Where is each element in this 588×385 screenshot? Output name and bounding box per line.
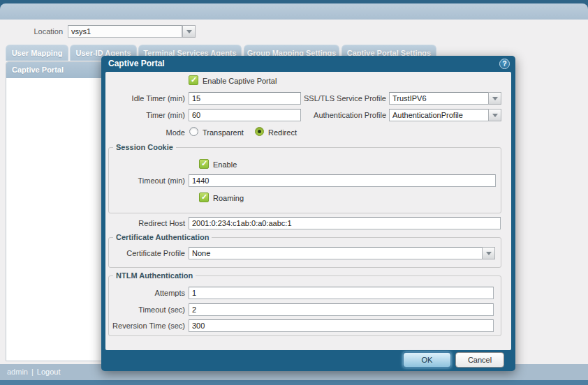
help-icon[interactable]: ? xyxy=(499,59,510,69)
enable-captive-portal-checkbox[interactable] xyxy=(189,75,198,85)
auth-profile-input[interactable] xyxy=(389,109,489,121)
top-header-band xyxy=(0,3,588,20)
mode-transparent-label: Transparent xyxy=(203,127,244,138)
ssl-tls-profile-input[interactable] xyxy=(389,92,489,105)
redirect-host-input[interactable] xyxy=(189,217,501,229)
auth-profile-label: Authentication Profile xyxy=(276,109,386,121)
roaming-checkbox[interactable] xyxy=(199,192,209,202)
logout-link[interactable]: Logout xyxy=(37,368,61,376)
cancel-button[interactable]: Cancel xyxy=(455,352,504,368)
certificate-profile-dropdown-arrow-icon[interactable] xyxy=(482,247,495,259)
ssl-tls-profile-dropdown-arrow-icon[interactable] xyxy=(488,92,501,105)
session-cookie-timeout-input[interactable] xyxy=(189,174,496,187)
session-cookie-timeout-label: Timeout (min) xyxy=(105,174,185,187)
redirect-host-label: Redirect Host xyxy=(105,217,185,229)
certificate-profile-input[interactable] xyxy=(189,247,483,259)
mode-redirect-radio[interactable] xyxy=(255,127,264,136)
ntlm-auth-legend: NTLM Authentication xyxy=(113,271,196,280)
ntlm-attempts-input[interactable] xyxy=(189,287,494,299)
roaming-label: Roaming xyxy=(213,192,244,204)
idle-timer-label: Idle Timer (min) xyxy=(105,92,185,105)
bottom-footer-strip xyxy=(0,380,588,385)
ntlm-timeout-input[interactable] xyxy=(189,303,494,316)
logged-in-user: admin xyxy=(7,368,28,376)
location-select[interactable] xyxy=(68,25,182,38)
dialog-title: Captive Portal xyxy=(101,56,515,72)
session-cookie-enable-checkbox[interactable] xyxy=(199,159,209,169)
certificate-auth-legend: Certificate Authentication xyxy=(113,233,212,241)
dialog-body: Enable Captive Portal Idle Timer (min) S… xyxy=(105,72,511,350)
mode-transparent-radio[interactable] xyxy=(189,127,198,136)
ntlm-timeout-label: Timeout (sec) xyxy=(105,303,185,316)
ntlm-attempts-label: Attempts xyxy=(105,287,185,299)
session-cookie-legend: Session Cookie xyxy=(113,143,176,151)
ssl-tls-profile-label: SSL/TLS Service Profile xyxy=(276,92,386,105)
timer-label: Timer (min) xyxy=(105,109,185,121)
ntlm-reversion-label: Reversion Time (sec) xyxy=(105,319,185,332)
ok-button[interactable]: OK xyxy=(403,352,451,368)
certificate-profile-label: Certificate Profile xyxy=(105,247,185,259)
mode-redirect-label: Redirect xyxy=(268,127,297,138)
auth-profile-dropdown-arrow-icon[interactable] xyxy=(488,109,501,121)
location-label: Location xyxy=(0,27,63,36)
captive-portal-dialog: Captive Portal ? Enable Captive Portal I… xyxy=(101,56,515,371)
enable-captive-portal-label: Enable Captive Portal xyxy=(203,75,277,86)
tab-user-mapping[interactable]: User Mapping xyxy=(6,45,68,61)
location-dropdown-arrow-icon[interactable] xyxy=(182,25,196,38)
session-cookie-enable-label: Enable xyxy=(213,159,237,170)
status-separator: | xyxy=(31,368,34,376)
ntlm-reversion-input[interactable] xyxy=(189,319,494,332)
mode-label: Mode xyxy=(105,126,185,139)
